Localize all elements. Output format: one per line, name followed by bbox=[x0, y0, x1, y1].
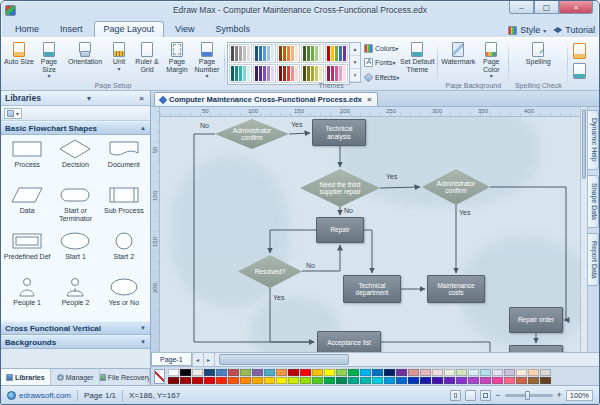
color-swatch[interactable] bbox=[468, 369, 479, 376]
grid-toggle-icon[interactable] bbox=[465, 390, 476, 401]
color-swatch[interactable] bbox=[456, 369, 467, 376]
horizontal-scrollbar[interactable] bbox=[214, 353, 599, 366]
color-swatch[interactable] bbox=[360, 377, 371, 384]
color-swatch[interactable] bbox=[264, 377, 275, 384]
flow-connector[interactable] bbox=[380, 187, 420, 188]
theme-thumbnail[interactable] bbox=[325, 44, 348, 63]
theme-fonts-button[interactable]: Fonts bbox=[364, 57, 399, 69]
side-tab-report-data[interactable]: Report Data bbox=[588, 233, 599, 287]
color-swatch[interactable] bbox=[432, 377, 443, 384]
color-swatch[interactable] bbox=[168, 377, 179, 384]
orientation-button[interactable]: Orientation bbox=[64, 40, 106, 82]
flow-connector[interactable] bbox=[490, 187, 566, 320]
panel-collapse-icon[interactable]: ▾ bbox=[85, 94, 93, 103]
color-swatch[interactable] bbox=[528, 377, 539, 384]
theme-thumbnail[interactable] bbox=[301, 64, 324, 83]
color-swatch[interactable] bbox=[432, 369, 443, 376]
shape-predefined[interactable]: Predefined Def bbox=[3, 228, 51, 274]
fit-window-icon[interactable] bbox=[480, 390, 491, 401]
theme-thumbnail[interactable] bbox=[325, 64, 348, 83]
shape-data[interactable]: Data bbox=[3, 182, 51, 228]
theme-gallery-scroll[interactable]: ▲ ▼ ▾ bbox=[350, 42, 361, 83]
zoom-slider-thumb[interactable] bbox=[525, 391, 530, 400]
theme-thumbnail[interactable] bbox=[301, 44, 324, 63]
theme-colors-button[interactable]: Colors bbox=[364, 42, 399, 54]
tab-view[interactable]: View bbox=[165, 21, 204, 37]
gallery-up-icon[interactable]: ▲ bbox=[350, 43, 360, 56]
color-swatch[interactable] bbox=[288, 369, 299, 376]
theme-thumbnail[interactable] bbox=[229, 64, 252, 83]
gallery-down-icon[interactable]: ▼ bbox=[350, 56, 360, 69]
shape-start-1[interactable]: Start 1 bbox=[51, 228, 99, 274]
page-margin-button[interactable]: Page Margin bbox=[162, 40, 192, 82]
flow-connector[interactable] bbox=[364, 230, 372, 273]
panel-close-icon[interactable]: × bbox=[137, 94, 146, 103]
color-swatch[interactable] bbox=[540, 377, 551, 384]
edrawsoft-link[interactable]: edrawsoft.com bbox=[7, 391, 71, 400]
color-swatch[interactable] bbox=[396, 377, 407, 384]
color-swatch[interactable] bbox=[384, 369, 395, 376]
document-tab[interactable]: Computer Maintenance Cross-Functional Pr… bbox=[154, 92, 378, 106]
shape-yes-or-no[interactable]: Yes or No bbox=[100, 274, 148, 320]
shape-decision[interactable]: Decision bbox=[51, 136, 99, 182]
color-swatch[interactable] bbox=[240, 369, 251, 376]
color-swatch[interactable] bbox=[192, 377, 203, 384]
theme-thumbnail[interactable] bbox=[277, 64, 300, 83]
vertical-scrollbar[interactable] bbox=[580, 107, 587, 352]
color-swatch[interactable] bbox=[480, 377, 491, 384]
tab-file-recovery[interactable]: File Recovery bbox=[100, 369, 150, 385]
color-swatch[interactable] bbox=[540, 369, 551, 376]
color-swatch[interactable] bbox=[348, 369, 359, 376]
color-swatch[interactable] bbox=[168, 369, 179, 376]
flow-connector[interactable] bbox=[194, 134, 314, 342]
color-swatch[interactable] bbox=[348, 377, 359, 384]
side-tab-shape-data[interactable]: Shape Data bbox=[588, 175, 599, 228]
tab-manager[interactable]: Manager bbox=[51, 369, 101, 385]
close-button[interactable]: × bbox=[559, 1, 593, 14]
color-swatch[interactable] bbox=[384, 377, 395, 384]
horizontal-scrollbar-thumb[interactable] bbox=[219, 354, 349, 365]
spelling-button[interactable]: Spelling bbox=[520, 40, 556, 82]
section-cross-functional-vertical[interactable]: Cross Functional Vertical ▼ bbox=[1, 321, 150, 335]
color-swatch[interactable] bbox=[468, 377, 479, 384]
vertical-scrollbar-thumb[interactable] bbox=[582, 109, 586, 179]
minimize-button[interactable]: – bbox=[509, 1, 534, 14]
flow-connector[interactable] bbox=[270, 230, 316, 253]
page-size-button[interactable]: Page Size bbox=[34, 40, 64, 82]
flowchart-node-repair[interactable]: Repair bbox=[316, 217, 364, 243]
unit-button[interactable]: Unit bbox=[106, 40, 132, 82]
zoom-out-icon[interactable]: − bbox=[495, 391, 500, 400]
flowchart-node-maintenance-costs[interactable]: Maintenance costs bbox=[427, 275, 485, 303]
shape-process[interactable]: Process bbox=[3, 136, 51, 182]
color-swatch[interactable] bbox=[336, 377, 347, 384]
style-menu-button[interactable]: Style bbox=[508, 25, 546, 35]
watermark-button[interactable]: Watermark bbox=[440, 40, 476, 82]
tab-libraries[interactable]: Libraries bbox=[1, 369, 51, 385]
library-menu-button[interactable] bbox=[4, 108, 22, 119]
page-color-button[interactable]: Page Color bbox=[476, 40, 506, 82]
flowchart-node-acceptance-list[interactable]: Acceptance list bbox=[317, 331, 381, 352]
flow-connector[interactable] bbox=[289, 133, 310, 134]
theme-thumbnail[interactable] bbox=[229, 44, 252, 63]
color-swatch[interactable] bbox=[252, 369, 263, 376]
color-swatch[interactable] bbox=[180, 377, 191, 384]
color-swatch[interactable] bbox=[204, 369, 215, 376]
color-swatch[interactable] bbox=[528, 369, 539, 376]
color-swatch[interactable] bbox=[504, 377, 515, 384]
color-swatch[interactable] bbox=[192, 369, 203, 376]
zoom-in-icon[interactable]: + bbox=[557, 391, 562, 400]
color-swatch[interactable] bbox=[408, 377, 419, 384]
zoom-slider[interactable] bbox=[505, 394, 553, 397]
color-swatch[interactable] bbox=[444, 369, 455, 376]
shape-sub-process[interactable]: Sub Process bbox=[100, 182, 148, 228]
color-swatch[interactable] bbox=[516, 377, 527, 384]
color-swatch[interactable] bbox=[240, 377, 251, 384]
tutorial-button[interactable]: Tutorial bbox=[553, 25, 595, 35]
document-tab-close-icon[interactable]: × bbox=[367, 95, 372, 104]
tab-insert[interactable]: Insert bbox=[50, 21, 93, 37]
color-swatch[interactable] bbox=[336, 369, 347, 376]
color-swatch[interactable] bbox=[216, 377, 227, 384]
side-tab-dynamic-help[interactable]: Dynamic Help bbox=[588, 110, 599, 170]
shape-people-2[interactable]: People 2 bbox=[51, 274, 99, 320]
color-swatch[interactable] bbox=[456, 377, 467, 384]
